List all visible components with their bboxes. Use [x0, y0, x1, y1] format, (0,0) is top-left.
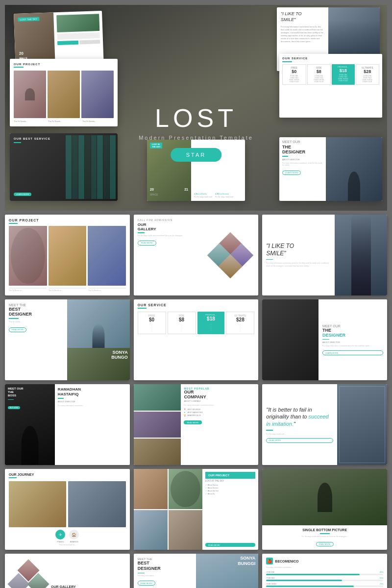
slide-thumb-12[interactable]: SINGLE BOTTOM PICTURE For the ways insid… — [262, 469, 387, 550]
slide-thumb-15[interactable]: 🍎 BECOMENICO For many information someti… — [262, 554, 387, 588]
slide-thumb-13[interactable]: OUR GALLERY For many information sometim… — [5, 554, 130, 588]
slide-thumb-5[interactable]: OUR SERVICE FREE $0 ———— SIDE $8 ———— PR… — [134, 299, 259, 380]
slide-thumb-9[interactable]: "It is better to fail in originality tha… — [262, 384, 387, 465]
hero-title: LOST — [139, 103, 253, 133]
slide-thumb-8[interactable]: MOST POPULAR OURCOMPANY ABOUT COMPANY Fo… — [134, 384, 259, 465]
hero-subtitle: Modern Presentation Template — [139, 135, 253, 141]
hero-text-block: LOST Modern Presentation Template STAR — [139, 103, 253, 162]
page-container: LOST THE SKY 20SPACE 21— "I LIKE T — [0, 0, 392, 588]
slide-thumb-4[interactable]: MEET THE BESTDESIGNER The fit needs... R… — [5, 299, 130, 380]
slide-thumb-10[interactable]: OUR JOURNEY ✈ TRAVEL 🏠 — [5, 469, 130, 550]
slide-thumb-3[interactable]: "I LIKE TOSMILE" For many information so… — [262, 215, 387, 295]
slide-thumb-14[interactable]: MEET THE BESTDESIGNER For many informati… — [134, 554, 259, 588]
hero-section: LOST THE SKY 20SPACE 21— "I LIKE T — [5, 5, 387, 211]
floating-slide-6: OUR BEST SERVICE LEARN MORE — [10, 133, 118, 201]
slide-thumb-11[interactable]: OUR PROJECT LOST AT THE SKY ✓ About Surv… — [134, 469, 259, 550]
slide-thumb-7[interactable]: MEET OURTHEBOSS BUY NOW RAMADHANHASTAIFI… — [5, 384, 130, 465]
slides-grid: OUR PROJECT The Fit Needs to... — [5, 215, 387, 588]
slide-thumb-2[interactable]: CALL FOR ADMISSION OURGALLERY For the wa… — [134, 215, 259, 295]
floating-slide-5: OUR SERVICE FREE $0 ITEM ONEITEM TWOITEM… — [279, 54, 382, 118]
floating-slide-8: MEET OUR THEDESIGNER ABOUT DIRECTOR For … — [279, 137, 382, 201]
slide-thumb-6[interactable]: MEET OUR THEDESIGNER ABOUT DIRECTOR For … — [262, 299, 387, 380]
slide-thumb-1[interactable]: OUR PROJECT The Fit Needs to... — [5, 215, 130, 295]
floating-slide-3: OUR PROJECT The Fit Needs... — [10, 59, 118, 126]
hero-star-button[interactable]: STAR — [171, 148, 222, 162]
